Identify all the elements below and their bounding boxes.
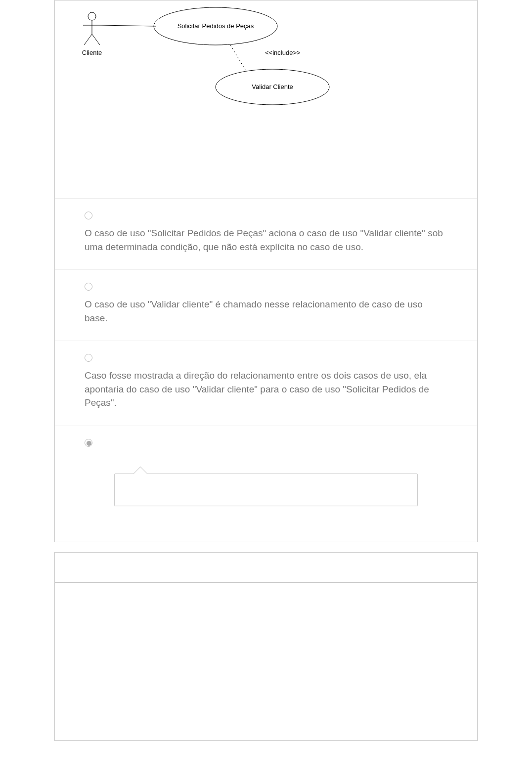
option-text: Caso fosse mostrada a direção do relacio… [85,369,447,410]
usecase-validar-label: Validar Cliente [252,83,293,90]
relationship-label: <<include>> [265,49,301,56]
svg-line-4 [92,34,100,45]
svg-line-5 [101,25,156,26]
use-case-diagram: Cliente Solicitar Pedidos de Peças <<inc… [55,0,477,198]
radio-icon [85,212,92,219]
option-text: O caso de uso "Validar cliente" é chamad… [85,298,447,325]
radio-icon [85,439,92,447]
option-text: O caso de uso "Solicitar Pedidos de Peça… [85,226,447,254]
svg-line-3 [84,34,92,45]
actor-label: Cliente [82,49,102,56]
feedback-arrow-icon [133,467,147,480]
svg-line-7 [230,45,245,70]
radio-icon [85,283,92,291]
option-1[interactable]: O caso de uso "Solicitar Pedidos de Peça… [55,199,477,269]
option-2[interactable]: O caso de uso "Validar cliente" é chamad… [55,269,477,341]
next-question-body [55,582,477,740]
usecase-solicitar-label: Solicitar Pedidos de Peças [177,22,254,30]
option-4[interactable] [55,426,477,522]
next-question-panel [54,552,478,741]
radio-icon [85,354,92,362]
question-panel: Cliente Solicitar Pedidos de Peças <<inc… [54,0,478,542]
svg-point-0 [88,12,96,20]
option-3[interactable]: Caso fosse mostrada a direção do relacio… [55,341,477,426]
feedback-box [114,474,418,506]
answer-options: O caso de uso "Solicitar Pedidos de Peça… [55,198,477,522]
